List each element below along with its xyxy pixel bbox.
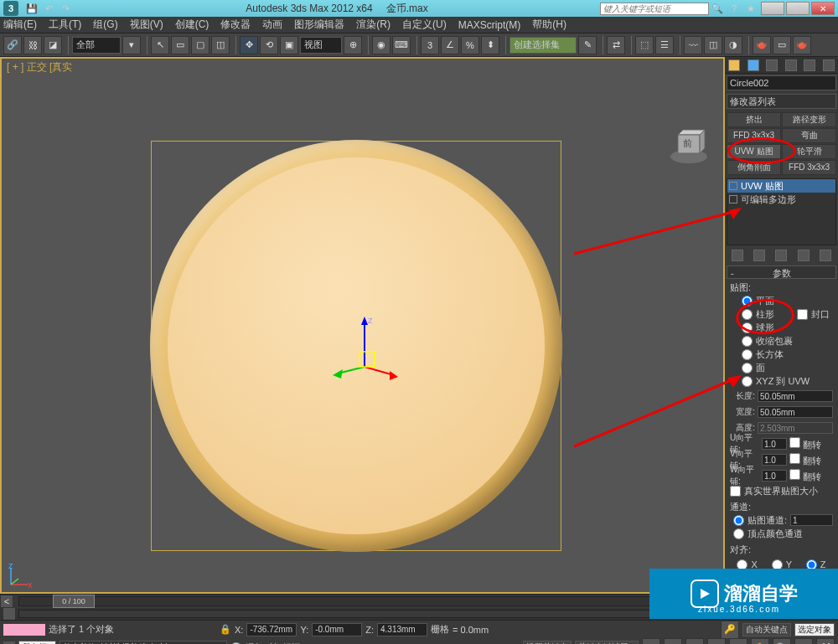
percent-snap-icon[interactable]: % — [461, 36, 479, 54]
show-end-icon[interactable] — [753, 250, 765, 261]
radio-vertexcolor[interactable]: 顶点颜色通道 — [733, 527, 833, 540]
help-search-input[interactable] — [600, 3, 709, 15]
viewcube-icon[interactable]: 前 — [666, 120, 712, 166]
menu-views[interactable]: 视图(V) — [130, 18, 163, 32]
stack-item-editpoly[interactable]: 可编辑多边形 — [727, 193, 835, 206]
select-window-icon[interactable]: ◫ — [211, 36, 230, 54]
schematic-icon[interactable]: ◫ — [704, 36, 722, 54]
align-icon[interactable]: ⬚ — [635, 36, 654, 54]
menu-tools[interactable]: 工具(T) — [49, 18, 81, 32]
snap-icon[interactable]: 3 — [421, 36, 439, 54]
timeslider-left-icon[interactable]: < — [0, 595, 13, 608]
named-sel-dropdown[interactable]: 创建选择集 — [510, 37, 577, 54]
configure-icon[interactable] — [820, 250, 831, 261]
scale-icon[interactable]: ▣ — [280, 36, 298, 54]
search-icon[interactable]: 🔍 — [711, 2, 724, 15]
mirror-icon[interactable]: ⇄ — [607, 36, 625, 54]
height-spinner[interactable]: 2.503mm — [758, 422, 833, 434]
u-spinner[interactable]: 1.0 — [762, 438, 787, 450]
selset-dropdown[interactable]: 选定对象 — [794, 623, 835, 636]
w-spinner[interactable]: 1.0 — [762, 470, 787, 482]
time-handle[interactable]: 0 / 100 — [53, 595, 95, 608]
remove-mod-icon[interactable] — [798, 250, 810, 261]
btn-extrude[interactable]: 挤出 — [727, 112, 781, 127]
radio-planar[interactable]: 平面 — [742, 294, 833, 307]
tab-display-icon[interactable] — [804, 59, 815, 71]
menu-modifiers[interactable]: 修改器 — [220, 18, 251, 32]
object-name-field[interactable]: Circle002 — [727, 75, 836, 90]
curve-editor-icon[interactable]: 〰 — [684, 36, 702, 54]
tab-utilities-icon[interactable] — [823, 59, 835, 71]
qat-save-icon[interactable]: 💾 — [25, 2, 39, 15]
render-setup-icon[interactable]: 🫖 — [753, 36, 771, 54]
w-flip[interactable] — [789, 469, 800, 480]
nav-max-icon[interactable]: ⛶ — [816, 638, 835, 644]
unique-icon[interactable] — [775, 250, 787, 261]
qat-undo-icon[interactable]: ↶ — [42, 2, 55, 15]
z-field[interactable]: 4.313mm — [377, 623, 427, 636]
mapch-spinner[interactable]: 1 — [790, 514, 833, 526]
chk-cap[interactable]: 封口 — [797, 307, 830, 321]
menu-help[interactable]: 帮助(H) — [532, 18, 566, 32]
u-flip[interactable] — [789, 437, 800, 448]
btn-ffd1[interactable]: FFD 3x3x3 — [727, 128, 781, 143]
bind-icon[interactable]: ◪ — [44, 36, 62, 54]
layers-icon[interactable]: ☰ — [655, 36, 674, 54]
minimize-button[interactable]: ─ — [761, 2, 784, 15]
angle-snap-icon[interactable]: ∠ — [441, 36, 459, 54]
trackbar-toggle-icon[interactable] — [3, 608, 15, 620]
spinner-snap-icon[interactable]: ⬍ — [481, 36, 499, 54]
stack-item-uvw[interactable]: UVW 贴图 — [727, 179, 835, 193]
menu-edit[interactable]: 编辑(E) — [3, 18, 37, 32]
radio-box[interactable]: 长方体 — [742, 348, 833, 361]
selection-set-dropdown[interactable]: 全部 — [72, 37, 121, 54]
keymode-icon[interactable]: 🔑 — [721, 621, 739, 639]
rollout-header[interactable]: -参数 — [727, 265, 836, 279]
script-indicator[interactable] — [3, 624, 45, 636]
link-icon[interactable]: 🔗 — [3, 36, 22, 54]
btn-ffd2[interactable]: FFD 3x3x3 — [782, 160, 836, 175]
radio-cylindrical[interactable]: 柱形 — [742, 307, 797, 321]
play-icon[interactable]: ▶ — [685, 638, 704, 644]
tab-motion-icon[interactable] — [785, 59, 797, 71]
menu-graph[interactable]: 图形编辑器 — [294, 18, 344, 32]
star-icon[interactable]: ★ — [744, 2, 758, 15]
menu-customize[interactable]: 自定义(U) — [402, 18, 447, 32]
coin-face[interactable] — [168, 157, 545, 534]
prev-frame-icon[interactable]: ◀ — [664, 638, 682, 644]
modifier-stack[interactable]: UVW 贴图 可编辑多边形 — [727, 178, 836, 245]
select-manip-icon[interactable]: ◉ — [372, 36, 391, 54]
menu-animation[interactable]: 动画 — [262, 18, 282, 32]
app-logo-icon[interactable]: 3 — [3, 1, 18, 16]
radio-xyz[interactable]: XYZ 到 UVW — [742, 374, 833, 388]
filter-icon[interactable]: ▾ — [122, 36, 141, 54]
radio-shrinkwrap[interactable]: 收缩包裹 — [742, 334, 833, 348]
btn-bend[interactable]: 弯曲 — [782, 128, 836, 143]
render-frame-icon[interactable]: ▭ — [773, 36, 791, 54]
maximize-button[interactable]: ▢ — [786, 2, 810, 15]
tab-modify-icon[interactable] — [747, 59, 759, 71]
radio-face[interactable]: 面 — [742, 361, 833, 374]
rotate-icon[interactable]: ⟲ — [260, 36, 278, 54]
help-icon[interactable]: ? — [727, 2, 741, 15]
menu-group[interactable]: 组(G) — [93, 18, 117, 32]
render-icon[interactable]: 🫖 — [793, 36, 811, 54]
menu-render[interactable]: 渲染(R) — [356, 18, 391, 32]
nav-pan-icon[interactable]: ✋ — [751, 638, 769, 644]
goto-start-icon[interactable]: ⏮ — [642, 638, 660, 644]
close-button[interactable]: ✕ — [811, 2, 835, 15]
menu-create[interactable]: 创建(C) — [175, 18, 210, 32]
material-editor-icon[interactable]: ◑ — [724, 36, 742, 54]
keyboard-icon[interactable]: ⌨ — [392, 36, 411, 54]
select-arrow-icon[interactable]: ↖ — [151, 36, 169, 54]
viewport[interactable]: [ + ] 正交 [真实 z 前 x z — [0, 57, 725, 594]
setkey-button[interactable]: 设置关键点 — [523, 641, 572, 644]
move-icon[interactable]: ✥ — [240, 36, 258, 54]
radio-mapchannel[interactable]: 贴图通道:1 — [733, 513, 833, 527]
unlink-icon[interactable]: ⛓ — [23, 36, 42, 54]
goto-end-icon[interactable]: ⏭ — [729, 638, 747, 644]
btn-turbosmooth[interactable]: 轮平滑 — [782, 144, 836, 159]
nav-orbit-icon[interactable]: ⟲ — [794, 638, 813, 644]
menu-maxscript[interactable]: MAXScript(M) — [458, 19, 521, 31]
btn-bevelprofile[interactable]: 倒角剖面 — [727, 160, 781, 175]
